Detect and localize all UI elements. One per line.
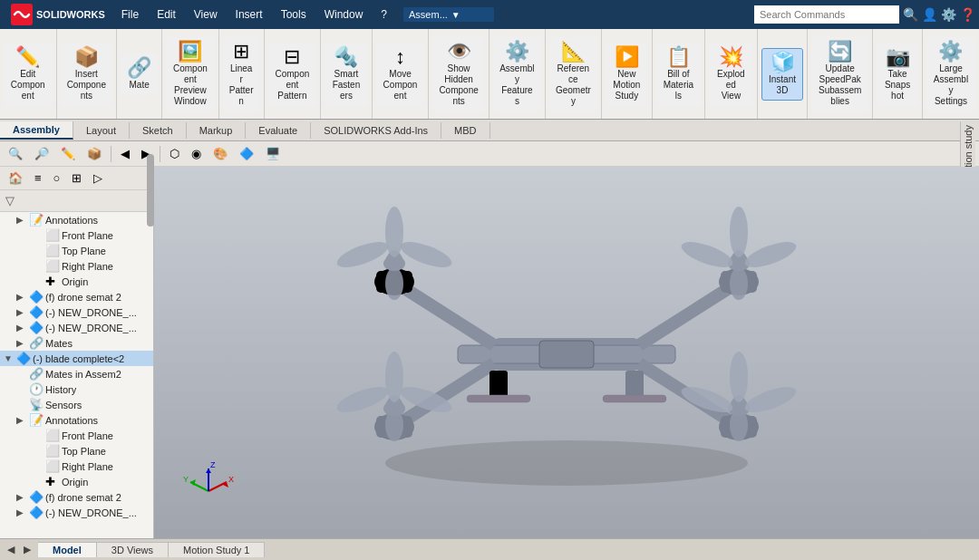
- tree-item-annotations-root[interactable]: ▶ 📝 Annotations: [0, 212, 153, 227]
- component-pattern-button[interactable]: ⊟ ComponentPattern: [268, 43, 317, 106]
- help-button[interactable]: ❓: [960, 7, 975, 22]
- svg-point-23: [742, 237, 799, 272]
- left-panel-scrollbar-thumb[interactable]: [147, 167, 154, 227]
- svg-point-27: [334, 381, 391, 417]
- tree-item-drone-semat[interactable]: ▶ 🔷 (f) drone semat 2: [0, 289, 153, 304]
- expander-annotations: ▶: [16, 215, 29, 225]
- menu-file[interactable]: File: [112, 5, 148, 24]
- hidden-lines-button[interactable]: ◉: [187, 144, 206, 163]
- assembly-features-button[interactable]: ⚙️ AssemblyFeatures: [493, 37, 541, 111]
- tree-item-annotations-2[interactable]: ▶ 📝 Annotations: [0, 412, 153, 428]
- exploded-view-label: ExplodedView: [715, 69, 747, 101]
- assembly-dropdown-icon[interactable]: ▼: [451, 10, 460, 20]
- menu-window[interactable]: Window: [315, 5, 373, 24]
- bottom-tab-motion-study[interactable]: Motion Study 1: [169, 542, 265, 557]
- previous-view-button[interactable]: ✏️: [56, 144, 80, 163]
- zoom-area-button[interactable]: 🔎: [30, 144, 53, 163]
- tab-layout[interactable]: Layout: [73, 122, 130, 139]
- instant3d-button[interactable]: 🧊 Instant3D: [761, 48, 803, 101]
- tree-list-button[interactable]: ≡: [30, 169, 46, 188]
- scroll-right-arrow[interactable]: ▶: [20, 542, 34, 557]
- new-motion-study-button[interactable]: ▶️ NewMotionStudy: [606, 43, 646, 106]
- tree-item-new-drone-2[interactable]: ▶ 🔷 (-) NEW_DRONE_...: [0, 320, 153, 335]
- tree-item-origin-1[interactable]: ✚ Origin: [0, 274, 153, 289]
- tree-item-mates-in-assem[interactable]: 🔗 Mates in Assem2: [0, 366, 153, 381]
- tree-expand-button[interactable]: ▷: [89, 169, 107, 188]
- show-hidden-label: ShowHiddenComponents: [439, 63, 479, 107]
- tree-item-front-plane-1[interactable]: ⬜ Front Plane: [0, 227, 153, 243]
- search-input[interactable]: [754, 5, 899, 24]
- section-view-button[interactable]: 📦: [82, 144, 106, 163]
- menu-tools[interactable]: Tools: [272, 5, 315, 24]
- front-plane-icon: ⬜: [45, 228, 62, 242]
- move-component-label: MoveComponent: [383, 69, 419, 101]
- user-icon-button[interactable]: 👤: [922, 7, 937, 22]
- render-button[interactable]: 🎨: [208, 144, 232, 163]
- svg-point-25: [730, 267, 748, 300]
- move-component-button[interactable]: ↕️ MoveComponent: [376, 43, 425, 106]
- menu-insert[interactable]: Insert: [227, 5, 272, 24]
- sensors-icon: 📡: [29, 398, 45, 411]
- menu-view[interactable]: View: [185, 5, 227, 24]
- tree-circle-button[interactable]: ○: [49, 169, 65, 188]
- tree-item-sensors[interactable]: 📡 Sensors: [0, 397, 153, 412]
- tab-mbd[interactable]: MBD: [441, 122, 490, 139]
- svg-rect-36: [539, 341, 594, 368]
- take-snapshot-button[interactable]: 📷 TakeSnapshot: [877, 43, 918, 106]
- bottom-tab-3dviews[interactable]: 3D Views: [97, 542, 169, 557]
- bill-of-materials-button[interactable]: 📋 Bill ofMaterials: [656, 43, 701, 106]
- linear-pattern-button[interactable]: ⊞ LinearPattern: [223, 37, 260, 111]
- scroll-left-arrow[interactable]: ◀: [4, 542, 18, 557]
- zoom-fit-button[interactable]: 🔍: [4, 144, 27, 163]
- large-assembly-settings-button[interactable]: ⚙️ LargeAssemblySettings: [926, 37, 975, 111]
- tree-home-button[interactable]: 🏠: [4, 169, 27, 188]
- tab-markup[interactable]: Markup: [187, 122, 247, 139]
- options-button[interactable]: ⚙️: [941, 7, 956, 22]
- tab-assembly[interactable]: Assembly: [0, 121, 73, 140]
- smart-fasteners-icon: 🔩: [334, 47, 358, 67]
- svg-point-17: [334, 237, 391, 272]
- tree-item-front-plane-2[interactable]: ⬜ Front Plane: [0, 428, 153, 443]
- exploded-view-button[interactable]: 💥 ExplodedView: [709, 43, 753, 106]
- component-preview-button[interactable]: 🖼️ ComponentPreviewWindow: [166, 37, 215, 111]
- smart-fasteners-label: SmartFasteners: [331, 69, 362, 101]
- solidworks-text: SOLIDWORKS: [36, 9, 105, 20]
- bill-of-materials-icon: 📋: [666, 47, 691, 67]
- top-plane-label: Top Plane: [62, 246, 106, 256]
- smart-fasteners-button[interactable]: 🔩 SmartFasteners: [325, 43, 368, 106]
- tree-item-new-drone-1[interactable]: ▶ 🔷 (-) NEW_DRONE_...: [0, 304, 153, 320]
- bill-of-materials-label: Bill ofMaterials: [663, 69, 694, 101]
- tree-grid-button[interactable]: ⊞: [67, 169, 86, 188]
- tree-item-blade-complete[interactable]: ▼ 🔷 (-) blade complete<2: [0, 351, 153, 366]
- tree-item-drone-semat-2b[interactable]: ▶ 🔷 (f) drone semat 2: [0, 489, 153, 505]
- tree-item-right-plane-2[interactable]: ⬜ Right Plane: [0, 459, 153, 474]
- rotate-button[interactable]: ◀: [116, 144, 134, 163]
- logo: SOLIDWORKS: [4, 4, 112, 25]
- reference-geometry-button[interactable]: 📐 ReferenceGeometry: [549, 37, 597, 111]
- wireframe-button[interactable]: ⬡: [165, 144, 184, 163]
- search-button[interactable]: 🔍: [903, 7, 918, 22]
- tree-item-origin-2[interactable]: ✚ Origin: [0, 474, 153, 489]
- take-snapshot-label: TakeSnapshot: [883, 69, 912, 101]
- tree-item-history[interactable]: 🕐 History: [0, 381, 153, 397]
- show-hidden-button[interactable]: 👁️ ShowHiddenComponents: [432, 37, 485, 111]
- 3d-view-area[interactable]: X Y Z: [154, 167, 979, 538]
- menu-edit[interactable]: Edit: [148, 5, 185, 24]
- assembly-features-label: AssemblyFeatures: [499, 63, 535, 107]
- bottom-tab-model[interactable]: Model: [38, 542, 97, 557]
- update-speedpak-button[interactable]: 🔄 UpdateSpeedPakSubassemblies: [811, 37, 868, 111]
- menu-help[interactable]: ?: [372, 5, 396, 24]
- mate-button[interactable]: 🔗 Mate: [121, 53, 158, 95]
- tree-item-mates[interactable]: ▶ 🔗 Mates: [0, 335, 153, 351]
- view-settings-button[interactable]: 🖥️: [261, 144, 285, 163]
- tab-sketch[interactable]: Sketch: [130, 122, 187, 139]
- tree-item-new-drone-3[interactable]: ▶ 🔷 (-) NEW_DRONE_...: [0, 505, 153, 520]
- tree-item-right-plane-1[interactable]: ⬜ Right Plane: [0, 258, 153, 274]
- tree-item-top-plane-1[interactable]: ⬜ Top Plane: [0, 243, 153, 258]
- edit-component-button[interactable]: ✏️ EditComponent: [4, 43, 53, 106]
- tab-solidworks-addins[interactable]: SOLIDWORKS Add-Ins: [311, 122, 441, 139]
- display-mode-button[interactable]: 🔷: [235, 144, 258, 163]
- tree-item-top-plane-2[interactable]: ⬜ Top Plane: [0, 443, 153, 459]
- tab-evaluate[interactable]: Evaluate: [246, 122, 311, 139]
- insert-components-button[interactable]: 📦 InsertComponents: [61, 43, 113, 106]
